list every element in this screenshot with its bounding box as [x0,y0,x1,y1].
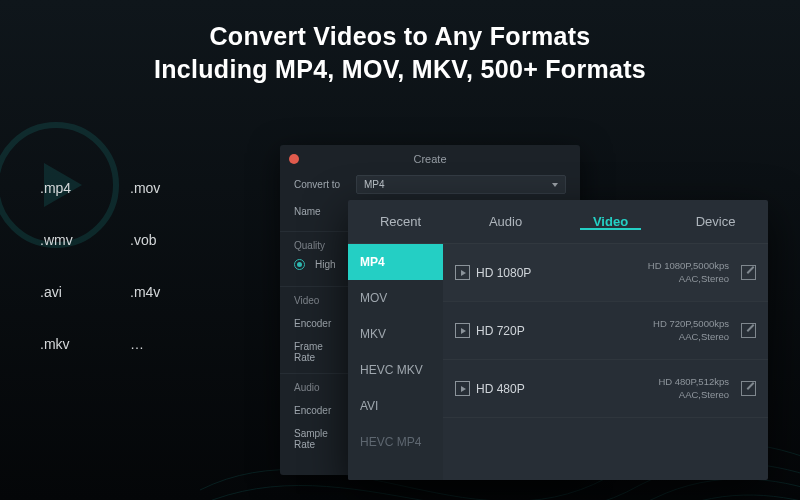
format-side-list: MP4 MOV MKV HEVC MKV AVI HEVC MP4 [348,244,443,480]
format-ext: .vob [130,232,208,248]
aencoder-label: Encoder [294,405,346,416]
sample-rate-label: Sample Rate [294,428,346,450]
radio-on-icon [294,259,305,270]
tab-audio[interactable]: Audio [453,214,558,229]
resolution-name: HD 480P [476,382,562,396]
sidebar-item-hevcmp4[interactable]: HEVC MP4 [348,424,443,460]
formats-list: .mp4 .mov .wmv .vob .avi .m4v .mkv … [40,180,208,352]
format-tabs: Recent Audio Video Device [348,200,768,244]
resolution-name: HD 720P [476,324,562,338]
close-icon[interactable] [289,154,299,164]
resolution-row[interactable]: HD 480P HD 480P,512kpsAAC,Stereo [443,360,768,418]
format-ext: .mp4 [40,180,118,196]
tab-device[interactable]: Device [663,214,768,229]
hero-line1: Convert Videos to Any Formats [210,22,591,50]
tab-recent[interactable]: Recent [348,214,453,229]
format-ext: .mov [130,180,208,196]
dialog-title: Create [280,145,580,171]
play-icon [455,381,470,396]
resolution-meta: HD 720P,5000kpsAAC,Stereo [568,318,735,343]
format-ext: .wmv [40,232,118,248]
format-ext: .m4v [130,284,208,300]
format-ext: .mkv [40,336,118,352]
resolution-row[interactable]: HD 1080P HD 1080P,5000kpsAAC,Stereo [443,244,768,302]
sidebar-item-mkv[interactable]: MKV [348,316,443,352]
chevron-down-icon [552,183,558,187]
format-ext: … [130,336,208,352]
edit-icon[interactable] [741,323,756,338]
edit-icon[interactable] [741,381,756,396]
format-ext: .avi [40,284,118,300]
resolution-row[interactable]: HD 720P HD 720P,5000kpsAAC,Stereo [443,302,768,360]
name-label: Name [294,206,346,217]
resolution-meta: HD 1080P,5000kpsAAC,Stereo [568,260,735,285]
sidebar-item-mov[interactable]: MOV [348,280,443,316]
convert-to-label: Convert to [294,179,346,190]
frame-rate-label: Frame Rate [294,341,346,363]
play-icon [455,265,470,280]
format-picker-panel: Recent Audio Video Device MP4 MOV MKV HE… [348,200,768,480]
resolution-list: HD 1080P HD 1080P,5000kpsAAC,Stereo HD 7… [443,244,768,480]
play-icon [455,323,470,338]
sidebar-item-hevcmkv[interactable]: HEVC MKV [348,352,443,388]
sidebar-item-avi[interactable]: AVI [348,388,443,424]
edit-icon[interactable] [741,265,756,280]
encoder-label: Encoder [294,318,346,329]
convert-to-select[interactable]: MP4 [356,175,566,194]
resolution-meta: HD 480P,512kpsAAC,Stereo [568,376,735,401]
hero-heading: Convert Videos to Any Formats Including … [0,20,800,85]
hero-line2: Including MP4, MOV, MKV, 500+ Formats [154,55,646,83]
resolution-name: HD 1080P [476,266,562,280]
sidebar-item-mp4[interactable]: MP4 [348,244,443,280]
tab-video[interactable]: Video [558,214,663,229]
